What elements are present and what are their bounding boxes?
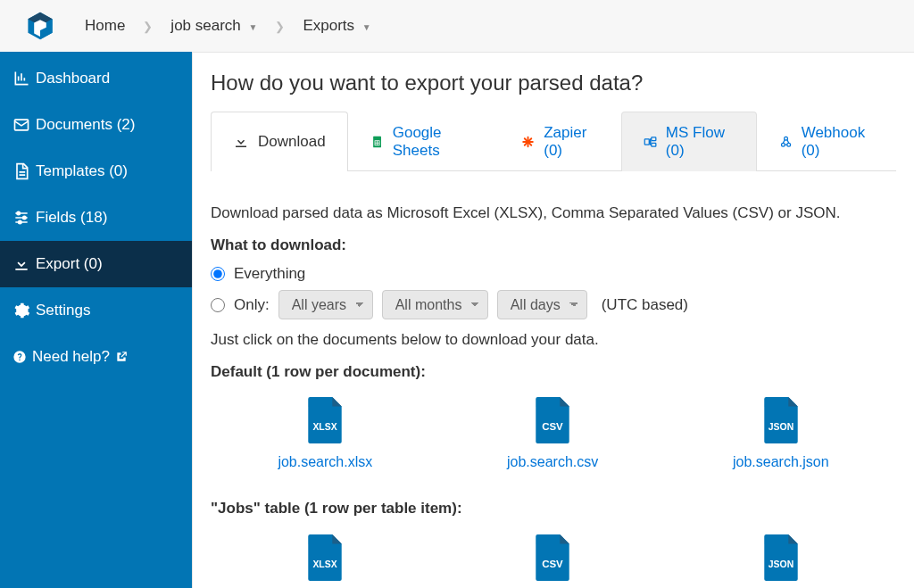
tab-label: Google Sheets [393, 124, 477, 160]
svg-point-7 [23, 216, 26, 219]
gear-icon [12, 302, 30, 319]
zapier-icon [521, 134, 535, 150]
tab-ms-flow[interactable]: MS Flow (0) [621, 112, 757, 171]
file-label: job.search.xlsx [278, 454, 372, 470]
tab-webhook[interactable]: Webhook (0) [757, 112, 896, 171]
tab-label: Zapier (0) [544, 124, 599, 160]
main-content: How do you want to export your parsed da… [192, 52, 914, 588]
select-months[interactable]: All months [382, 290, 488, 319]
sidebar: Dashboard Documents (2) Templates (0) Fi… [0, 52, 192, 588]
radio-label: Only: [234, 296, 270, 314]
download-default-xlsx[interactable]: XLSX job.search.xlsx [278, 397, 372, 470]
sidebar-item-label: Templates (0) [36, 162, 128, 180]
radio-only[interactable] [211, 298, 225, 312]
tab-google-sheets[interactable]: Google Sheets [348, 112, 500, 171]
tab-label: Webhook (0) [802, 124, 874, 160]
csv-file-icon: CSV [533, 534, 572, 581]
svg-text:XLSX: XLSX [313, 422, 337, 432]
json-file-icon: JSON [761, 534, 801, 581]
jobs-heading: "Jobs" table (1 row per table item): [211, 497, 896, 520]
sidebar-item-settings[interactable]: Settings [0, 287, 192, 334]
download-icon [233, 134, 249, 150]
file-label: job.search.json [733, 454, 829, 470]
chevron-right-icon: ❯ [270, 20, 290, 33]
tab-label: MS Flow (0) [666, 124, 735, 160]
sidebar-item-help[interactable]: Need help? [0, 334, 192, 380]
sidebar-item-fields[interactable]: Fields (18) [0, 195, 192, 241]
breadcrumb-label: Exports [303, 17, 354, 34]
sidebar-item-label: Documents (2) [36, 116, 135, 134]
click-hint: Just click on the documents below to dow… [211, 328, 896, 352]
webhook-icon [779, 134, 793, 150]
sidebar-item-label: Dashboard [36, 70, 110, 87]
breadcrumb-exports[interactable]: Exports ▼ [294, 12, 379, 40]
export-tabs: Download Google Sheets Zapier (0) MS Flo… [211, 112, 896, 171]
caret-down-icon: ▼ [249, 22, 258, 32]
breadcrumb-label: job search [170, 17, 240, 34]
sidebar-item-export[interactable]: Export (0) [0, 241, 192, 287]
download-icon [12, 255, 30, 273]
svg-rect-17 [644, 139, 649, 145]
breadcrumb-job-search[interactable]: job search ▼ [162, 12, 266, 40]
csv-file-icon: CSV [533, 397, 572, 443]
tab-download[interactable]: Download [211, 112, 348, 171]
logo[interactable] [13, 11, 67, 41]
sidebar-item-label: Fields (18) [36, 209, 107, 227]
select-years[interactable]: All years [278, 290, 373, 319]
xlsx-file-icon: XLSX [305, 397, 345, 443]
svg-point-8 [19, 220, 21, 223]
download-jobs-csv[interactable]: CSV Jobs.csv [525, 534, 580, 589]
radio-everything-row: Everything [211, 265, 896, 283]
sidebar-item-templates[interactable]: Templates (0) [0, 148, 192, 195]
svg-text:XLSX: XLSX [313, 559, 337, 569]
svg-point-21 [786, 143, 790, 146]
svg-point-20 [781, 143, 785, 146]
sidebar-item-label: Export (0) [36, 255, 103, 273]
radio-only-row: Only: All years All months All days (UTC… [211, 290, 896, 319]
sliders-icon [12, 209, 30, 227]
tab-zapier[interactable]: Zapier (0) [499, 112, 621, 171]
download-default-csv[interactable]: CSV job.search.csv [507, 397, 598, 470]
download-jobs-xlsx[interactable]: XLSX Jobs.xlsx [295, 534, 354, 589]
svg-rect-18 [652, 137, 656, 141]
google-sheets-icon [370, 134, 384, 150]
radio-label: Everything [234, 265, 305, 283]
what-to-download-heading: What to download: [211, 234, 896, 257]
default-downloads-row: XLSX job.search.xlsx CSV job.search.csv … [211, 397, 896, 470]
chevron-right-icon: ❯ [137, 20, 158, 33]
sidebar-item-label: Settings [36, 302, 90, 319]
app-logo-icon [25, 11, 55, 41]
breadcrumb: Home ❯ job search ▼ ❯ Exports ▼ [76, 12, 380, 40]
breadcrumb-home[interactable]: Home [76, 12, 134, 40]
sidebar-item-dashboard[interactable]: Dashboard [0, 55, 192, 102]
select-days[interactable]: All days [497, 290, 587, 319]
download-jobs-json[interactable]: JSON Jobs.json [751, 534, 811, 589]
tab-label: Download [258, 133, 326, 151]
download-panel: Download parsed data as Microsoft Excel … [211, 171, 896, 588]
chart-bar-icon [12, 70, 30, 87]
utc-label: (UTC based) [602, 296, 688, 314]
envelope-icon [12, 116, 30, 134]
caret-down-icon: ▼ [362, 22, 371, 32]
svg-point-6 [17, 211, 20, 214]
radio-everything[interactable] [211, 267, 225, 281]
external-link-icon [115, 351, 128, 363]
file-label: job.search.csv [507, 454, 598, 470]
intro-text: Download parsed data as Microsoft Excel … [211, 202, 896, 225]
svg-text:JSON: JSON [769, 559, 794, 569]
default-heading: Default (1 row per document): [211, 360, 896, 384]
question-icon [12, 350, 27, 364]
page-title: How do you want to export your parsed da… [211, 70, 896, 95]
topbar: Home ❯ job search ▼ ❯ Exports ▼ [0, 0, 914, 52]
download-default-json[interactable]: JSON job.search.json [733, 397, 829, 470]
jobs-downloads-row: XLSX Jobs.xlsx CSV Jobs.csv JSON Jobs.js… [211, 534, 896, 589]
svg-text:CSV: CSV [542, 421, 563, 432]
sidebar-item-label: Need help? [32, 348, 110, 366]
svg-text:JSON: JSON [769, 422, 794, 432]
file-icon [12, 162, 30, 180]
svg-rect-19 [652, 143, 656, 146]
json-file-icon: JSON [761, 397, 801, 443]
ms-flow-icon [644, 134, 657, 150]
svg-text:CSV: CSV [542, 559, 563, 569]
sidebar-item-documents[interactable]: Documents (2) [0, 102, 192, 148]
